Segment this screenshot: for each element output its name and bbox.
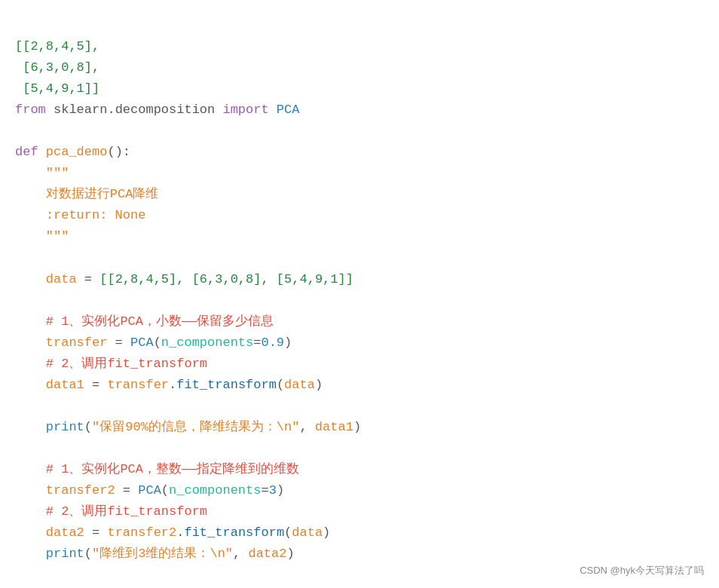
line-4: from sklearn.decomposition import PCA: [15, 103, 299, 117]
line-data: data = [[2,8,4,5], [6,3,0,8], [5,4,9,1]]: [15, 272, 353, 286]
line-transfer: transfer = PCA(n_components=0.9): [15, 335, 292, 350]
line-docstr-2: :return: None: [15, 208, 145, 222]
watermark: CSDN @hyk今天写算法了吗: [580, 564, 704, 577]
line-blank-5: [15, 568, 23, 582]
line-comment2: # 2、调用fit_transform: [15, 357, 207, 371]
line-print2: print("降维到3维的结果：\n", data2): [15, 547, 295, 561]
line-data2: data2 = transfer2.fit_transform(data): [15, 525, 330, 540]
line-transfer2: transfer2 = PCA(n_components=3): [15, 483, 284, 498]
line-2: [6,3,0,8],: [15, 60, 99, 75]
code-container: [[2,8,4,5], [6,3,0,8], [5,4,9,1]] from s…: [0, 0, 719, 588]
line-blank-3: [15, 399, 23, 413]
line-blank-2: [15, 293, 23, 308]
line-1: [[2,8,4,5],: [15, 39, 99, 54]
line-comment1: # 1、实例化PCA，小数——保留多少信息: [15, 314, 274, 329]
line-blank-4: [15, 441, 23, 455]
line-docstr-close: """: [15, 229, 69, 243]
line-def: def pca_demo():: [15, 145, 130, 159]
line-3: [5,4,9,1]]: [15, 81, 99, 96]
line-data1: data1 = transfer.fit_transform(data): [15, 378, 323, 392]
line-comment4: # 2、调用fit_transform: [15, 504, 207, 519]
line-comment3: # 1、实例化PCA，整数——指定降维到的维数: [15, 462, 299, 476]
code-block: [[2,8,4,5], [6,3,0,8], [5,4,9,1]] from s…: [15, 15, 704, 588]
line-docstr-open: """: [15, 166, 69, 180]
line-print1: print("保留90%的信息，降维结果为：\n", data1): [15, 420, 361, 434]
line-docstr-1: 对数据进行PCA降维: [15, 187, 158, 201]
line-blank-1: [15, 251, 23, 265]
